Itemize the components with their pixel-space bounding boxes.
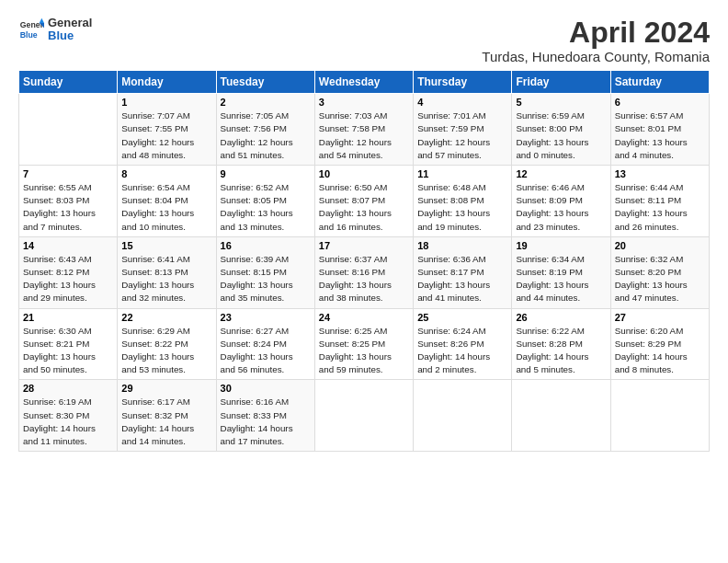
day-number: 30 [221,383,311,394]
day-cell: 19Sunrise: 6:34 AM Sunset: 8:19 PM Dayli… [512,236,610,308]
subtitle: Turdas, Hunedoara County, Romania [482,49,710,64]
day-cell: 14Sunrise: 6:43 AM Sunset: 8:12 PM Dayli… [19,236,118,308]
week-row-2: 7Sunrise: 6:55 AM Sunset: 8:03 PM Daylig… [19,166,710,237]
col-header-tuesday: Tuesday [216,71,314,94]
day-cell: 29Sunrise: 6:17 AM Sunset: 8:32 PM Dayli… [118,380,216,452]
logo-general: General [48,17,92,29]
day-info: Sunrise: 6:34 AM Sunset: 8:19 PM Dayligh… [516,253,606,305]
day-cell: 2Sunrise: 7:05 AM Sunset: 7:56 PM Daylig… [216,94,314,166]
day-number: 20 [615,240,705,251]
day-info: Sunrise: 6:41 AM Sunset: 8:13 PM Dayligh… [121,253,211,305]
day-number: 18 [417,240,507,251]
day-cell: 21Sunrise: 6:30 AM Sunset: 8:21 PM Dayli… [19,308,118,380]
page: General Blue General Blue April 2024 Tur… [0,0,728,563]
day-cell [512,380,610,452]
day-info: Sunrise: 6:19 AM Sunset: 8:30 PM Dayligh… [23,396,113,448]
day-number: 19 [516,240,606,251]
title-block: April 2024 Turdas, Hunedoara County, Rom… [482,17,710,64]
day-info: Sunrise: 6:43 AM Sunset: 8:12 PM Dayligh… [23,253,113,305]
day-number: 4 [417,97,507,108]
day-number: 11 [417,168,507,179]
day-cell: 17Sunrise: 6:37 AM Sunset: 8:16 PM Dayli… [314,236,413,308]
day-info: Sunrise: 7:01 AM Sunset: 7:59 PM Dayligh… [417,109,507,162]
day-cell [414,380,512,452]
day-cell: 11Sunrise: 6:48 AM Sunset: 8:08 PM Dayli… [414,166,512,237]
day-number: 5 [516,97,606,108]
day-info: Sunrise: 6:54 AM Sunset: 8:04 PM Dayligh… [121,181,211,234]
day-number: 13 [615,168,705,179]
day-number: 10 [319,168,409,179]
col-header-saturday: Saturday [610,71,709,94]
day-info: Sunrise: 6:29 AM Sunset: 8:22 PM Dayligh… [121,325,211,377]
day-info: Sunrise: 6:22 AM Sunset: 8:28 PM Dayligh… [516,325,606,377]
day-cell: 13Sunrise: 6:44 AM Sunset: 8:11 PM Dayli… [610,166,709,237]
day-info: Sunrise: 6:59 AM Sunset: 8:00 PM Dayligh… [516,109,606,162]
day-number: 23 [221,312,311,323]
day-info: Sunrise: 6:36 AM Sunset: 8:17 PM Dayligh… [417,253,507,305]
day-cell: 20Sunrise: 6:32 AM Sunset: 8:20 PM Dayli… [610,236,709,308]
day-info: Sunrise: 7:05 AM Sunset: 7:56 PM Dayligh… [221,109,311,162]
week-row-5: 28Sunrise: 6:19 AM Sunset: 8:30 PM Dayli… [19,380,710,452]
day-info: Sunrise: 6:16 AM Sunset: 8:33 PM Dayligh… [221,396,311,448]
day-number: 26 [516,312,606,323]
day-number: 16 [221,240,311,251]
day-cell: 16Sunrise: 6:39 AM Sunset: 8:15 PM Dayli… [216,236,314,308]
day-number: 21 [23,312,113,323]
col-header-friday: Friday [512,71,610,94]
day-number: 6 [615,97,705,108]
day-cell: 10Sunrise: 6:50 AM Sunset: 8:07 PM Dayli… [314,166,413,237]
svg-text:Blue: Blue [20,30,38,40]
day-number: 22 [121,312,211,323]
day-number: 15 [121,240,211,251]
day-number: 24 [319,312,409,323]
week-row-4: 21Sunrise: 6:30 AM Sunset: 8:21 PM Dayli… [19,308,710,380]
day-info: Sunrise: 6:39 AM Sunset: 8:15 PM Dayligh… [221,253,311,305]
day-number: 3 [319,97,409,108]
day-number: 25 [417,312,507,323]
day-number: 2 [221,97,311,108]
day-cell: 18Sunrise: 6:36 AM Sunset: 8:17 PM Dayli… [414,236,512,308]
day-cell: 8Sunrise: 6:54 AM Sunset: 8:04 PM Daylig… [118,166,216,237]
day-number: 29 [121,383,211,394]
day-number: 1 [121,97,211,108]
day-cell [19,94,118,166]
day-info: Sunrise: 6:17 AM Sunset: 8:32 PM Dayligh… [121,396,211,448]
day-info: Sunrise: 7:03 AM Sunset: 7:58 PM Dayligh… [319,109,409,162]
day-cell: 24Sunrise: 6:25 AM Sunset: 8:25 PM Dayli… [314,308,413,380]
day-cell: 27Sunrise: 6:20 AM Sunset: 8:29 PM Dayli… [610,308,709,380]
day-number: 17 [319,240,409,251]
day-cell: 15Sunrise: 6:41 AM Sunset: 8:13 PM Dayli… [118,236,216,308]
day-cell [314,380,413,452]
col-header-thursday: Thursday [414,71,512,94]
day-info: Sunrise: 6:46 AM Sunset: 8:09 PM Dayligh… [516,181,606,234]
day-number: 14 [23,240,113,251]
day-number: 28 [23,383,113,394]
day-cell: 23Sunrise: 6:27 AM Sunset: 8:24 PM Dayli… [216,308,314,380]
day-info: Sunrise: 6:57 AM Sunset: 8:01 PM Dayligh… [615,109,705,162]
day-info: Sunrise: 6:24 AM Sunset: 8:26 PM Dayligh… [417,325,507,377]
day-cell [610,380,709,452]
col-header-monday: Monday [118,71,216,94]
day-number: 8 [121,168,211,179]
day-info: Sunrise: 6:25 AM Sunset: 8:25 PM Dayligh… [319,325,409,377]
day-info: Sunrise: 6:20 AM Sunset: 8:29 PM Dayligh… [615,325,705,377]
col-header-sunday: Sunday [19,71,118,94]
logo-icon: General Blue [18,17,44,42]
day-cell: 12Sunrise: 6:46 AM Sunset: 8:09 PM Dayli… [512,166,610,237]
logo-blue: Blue [48,29,92,42]
day-cell: 5Sunrise: 6:59 AM Sunset: 8:00 PM Daylig… [512,94,610,166]
day-cell: 1Sunrise: 7:07 AM Sunset: 7:55 PM Daylig… [118,94,216,166]
day-number: 27 [615,312,705,323]
day-info: Sunrise: 6:27 AM Sunset: 8:24 PM Dayligh… [221,325,311,377]
day-cell: 4Sunrise: 7:01 AM Sunset: 7:59 PM Daylig… [414,94,512,166]
day-info: Sunrise: 6:52 AM Sunset: 8:05 PM Dayligh… [221,181,311,234]
week-row-3: 14Sunrise: 6:43 AM Sunset: 8:12 PM Dayli… [19,236,710,308]
main-title: April 2024 [482,17,710,49]
day-cell: 7Sunrise: 6:55 AM Sunset: 8:03 PM Daylig… [19,166,118,237]
day-cell: 25Sunrise: 6:24 AM Sunset: 8:26 PM Dayli… [414,308,512,380]
day-cell: 30Sunrise: 6:16 AM Sunset: 8:33 PM Dayli… [216,380,314,452]
day-cell: 9Sunrise: 6:52 AM Sunset: 8:05 PM Daylig… [216,166,314,237]
day-info: Sunrise: 6:37 AM Sunset: 8:16 PM Dayligh… [319,253,409,305]
header-row: SundayMondayTuesdayWednesdayThursdayFrid… [19,71,710,94]
day-cell: 3Sunrise: 7:03 AM Sunset: 7:58 PM Daylig… [314,94,413,166]
